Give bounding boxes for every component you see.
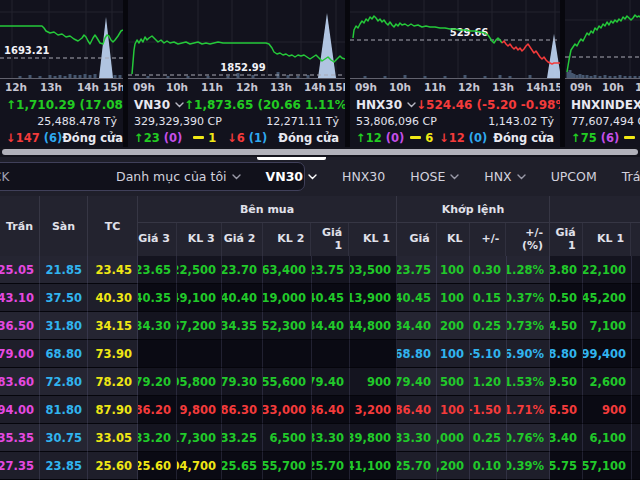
table-row[interactable]: 36.5031.8034.1534.3067,20034.3552,30034.… xyxy=(0,312,640,340)
cell[interactable]: 0.37% xyxy=(507,284,550,312)
cell[interactable]: 1.53% xyxy=(507,368,550,396)
cell[interactable]: 37.50 xyxy=(40,284,88,312)
cell[interactable]: 0.73% xyxy=(507,312,550,340)
cell[interactable]: 83.60 xyxy=(0,368,40,396)
cell[interactable]: 0.76% xyxy=(507,424,550,452)
cell[interactable]: 3,200 xyxy=(350,396,397,424)
cell[interactable]: 79.00 xyxy=(0,340,40,368)
cell[interactable]: 25.75 xyxy=(550,452,583,480)
cell[interactable]: 23.85 xyxy=(40,452,88,480)
cell[interactable]: 73.90 xyxy=(88,340,138,368)
cell[interactable]: 55,600 xyxy=(263,368,312,396)
cell[interactable]: 6,100 xyxy=(583,424,632,452)
cell[interactable]: 33.30 xyxy=(312,424,350,452)
cell[interactable]: 40.45 xyxy=(312,284,350,312)
cell[interactable]: 622,100 xyxy=(583,256,632,284)
cell[interactable]: 500 xyxy=(437,368,470,396)
cell[interactable]: 86.20 xyxy=(138,396,177,424)
cell[interactable]: 200 xyxy=(437,312,470,340)
cell[interactable]: 25.70 xyxy=(397,452,437,480)
cell[interactable]: 27.35 xyxy=(0,452,40,480)
table-row[interactable]: 94.0081.8087.9086.209,80086.3033,00086.4… xyxy=(0,396,640,424)
cell[interactable]: 23.75 xyxy=(312,256,350,284)
cell[interactable]: 34.15 xyxy=(88,312,138,340)
cell[interactable]: -6.90% xyxy=(507,340,550,368)
cell[interactable] xyxy=(632,312,640,340)
cell[interactable]: 25.05 xyxy=(0,256,40,284)
cell[interactable] xyxy=(632,424,640,452)
table-row[interactable]: 43.1037.5040.3040.3549,10040.40119,00040… xyxy=(0,284,640,312)
cell[interactable]: 79.40 xyxy=(397,368,437,396)
cell[interactable] xyxy=(177,340,222,368)
cell[interactable]: 40.30 xyxy=(88,284,138,312)
cell[interactable]: -1.71% xyxy=(507,396,550,424)
cell[interactable]: 79.40 xyxy=(312,368,350,396)
cell[interactable]: 33.25 xyxy=(222,424,263,452)
cell[interactable]: 36.50 xyxy=(0,312,40,340)
cell[interactable]: 33.20 xyxy=(138,424,177,452)
cell[interactable]: 504,700 xyxy=(177,452,222,480)
table-row[interactable]: 83.6072.8078.2079.20105,80079.3055,60079… xyxy=(0,368,640,396)
tab-danh-muc-cua-toi[interactable]: Danh mục của tôi xyxy=(116,157,241,196)
cell[interactable]: 30.75 xyxy=(40,424,88,452)
tab-hnx30[interactable]: HNX30 xyxy=(342,157,385,196)
cell[interactable]: 17,300 xyxy=(177,424,222,452)
cell[interactable] xyxy=(632,256,640,284)
cell[interactable]: 79.20 xyxy=(138,368,177,396)
cell[interactable] xyxy=(632,368,640,396)
cell[interactable]: 100 xyxy=(437,284,470,312)
cell[interactable]: 5,200 xyxy=(437,452,470,480)
cell[interactable]: 34.35 xyxy=(222,312,263,340)
cell[interactable]: 33.40 xyxy=(550,424,583,452)
cell[interactable] xyxy=(632,396,640,424)
cell[interactable]: 0.10 xyxy=(470,452,507,480)
cell[interactable]: 87.90 xyxy=(88,396,138,424)
cell[interactable]: 49,100 xyxy=(177,284,222,312)
cell[interactable]: 81.80 xyxy=(40,396,88,424)
table-row[interactable]: 27.3523.8525.6025.60504,70025.65155,7002… xyxy=(0,452,640,480)
cell[interactable]: -5.10 xyxy=(470,340,507,368)
cell[interactable]: 34.40 xyxy=(312,312,350,340)
charts-scrollbar-track[interactable] xyxy=(0,147,640,157)
cell[interactable]: 25.60 xyxy=(88,452,138,480)
cell[interactable]: 105,800 xyxy=(177,368,222,396)
cell[interactable]: 9,800 xyxy=(177,396,222,424)
cell[interactable]: 23.45 xyxy=(88,256,138,284)
cell[interactable]: 39,800 xyxy=(350,424,397,452)
cell[interactable]: 86.50 xyxy=(550,396,583,424)
cell[interactable] xyxy=(263,340,312,368)
cell[interactable]: 900 xyxy=(350,368,397,396)
cell[interactable]: 79.30 xyxy=(222,368,263,396)
cell[interactable]: 403,500 xyxy=(350,256,397,284)
cell[interactable]: 41,100 xyxy=(350,452,397,480)
cell[interactable]: 94.00 xyxy=(0,396,40,424)
hnx30-dropdown[interactable]: HNX30 xyxy=(356,98,416,112)
cell[interactable]: 68.80 xyxy=(550,340,583,368)
cell[interactable]: 78.20 xyxy=(88,368,138,396)
cell[interactable]: 7,100 xyxy=(583,312,632,340)
cell[interactable] xyxy=(632,452,640,480)
cell[interactable]: 34.50 xyxy=(550,312,583,340)
cell[interactable]: 23.70 xyxy=(222,256,263,284)
charts-scrollbar-thumb[interactable] xyxy=(2,149,638,155)
cell[interactable]: 68.80 xyxy=(40,340,88,368)
cell[interactable]: 0.25 xyxy=(470,312,507,340)
hnxindex-dropdown[interactable]: HNXINDEX xyxy=(571,98,640,112)
tab-hnx[interactable]: HNX xyxy=(484,157,525,196)
cell[interactable] xyxy=(350,340,397,368)
cell[interactable] xyxy=(632,340,640,368)
cell[interactable]: 23.75 xyxy=(397,256,437,284)
cell[interactable]: 34.40 xyxy=(397,312,437,340)
cell[interactable]: 86.40 xyxy=(312,396,350,424)
cell[interactable]: 23.65 xyxy=(138,256,177,284)
tab-upcom[interactable]: UPCOM xyxy=(551,157,597,196)
vn30-dropdown[interactable]: VN30 xyxy=(134,98,184,112)
cell[interactable]: 0.25 xyxy=(470,424,507,452)
cell[interactable]: 40.40 xyxy=(222,284,263,312)
cell[interactable]: 0.15 xyxy=(470,284,507,312)
cell[interactable]: 35.35 xyxy=(0,424,40,452)
cell[interactable] xyxy=(312,340,350,368)
cell[interactable]: 21.85 xyxy=(40,256,88,284)
cell[interactable]: 1,000 xyxy=(437,424,470,452)
cell[interactable]: 263,400 xyxy=(263,256,312,284)
